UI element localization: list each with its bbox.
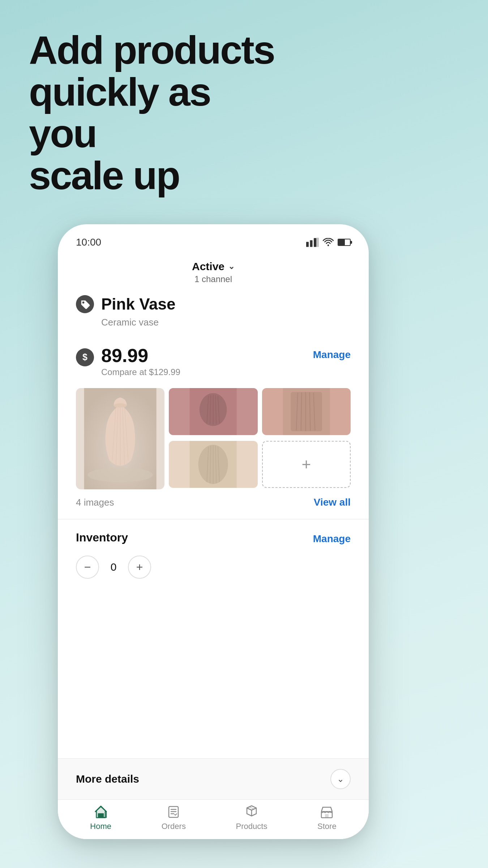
- nav-products[interactable]: Products: [236, 804, 267, 831]
- nav-store[interactable]: Store: [317, 804, 337, 831]
- nav-products-label: Products: [236, 822, 267, 831]
- phone-mockup: 10:00: [58, 224, 369, 839]
- svg-text:$: $: [82, 352, 87, 362]
- add-image-button[interactable]: +: [262, 441, 351, 488]
- price-row: $ 89.99 Compare at $129.99 Manage: [76, 339, 351, 384]
- nav-home-label: Home: [90, 822, 111, 831]
- dollar-icon: $: [76, 348, 94, 366]
- images-count: 4 images: [76, 497, 114, 508]
- more-details-bar[interactable]: More details ⌄: [58, 758, 369, 799]
- store-icon: [319, 804, 334, 820]
- svg-rect-39: [99, 814, 103, 818]
- active-status-row[interactable]: Active ⌄: [58, 260, 369, 273]
- wifi-icon: [322, 238, 334, 247]
- hero-line1: Add products: [29, 27, 274, 72]
- nav-store-label: Store: [317, 822, 337, 831]
- quantity-increase-button[interactable]: +: [128, 556, 151, 579]
- inventory-label: Inventory: [76, 531, 128, 544]
- active-status-label: Active: [192, 260, 224, 273]
- tag-icon: [76, 295, 94, 313]
- price-left: $ 89.99 Compare at $129.99: [76, 346, 180, 377]
- divider: [58, 519, 369, 519]
- status-time: 10:00: [76, 237, 101, 248]
- active-channel-header[interactable]: Active ⌄ 1 channel: [58, 253, 369, 295]
- price-amount: 89.99: [101, 346, 180, 365]
- svg-point-16: [114, 403, 127, 408]
- svg-point-6: [82, 302, 85, 304]
- channel-subtitle: 1 channel: [58, 274, 369, 284]
- product-image-thumb-1[interactable]: [169, 388, 257, 435]
- battery-icon: [338, 239, 351, 246]
- orders-icon: [166, 804, 181, 820]
- price-details: 89.99 Compare at $129.99: [101, 346, 180, 377]
- status-icons: [306, 238, 351, 247]
- hero-line3: scale up: [29, 153, 179, 197]
- more-details-chevron-button[interactable]: ⌄: [330, 769, 351, 789]
- compare-price: Compare at $129.99: [101, 367, 180, 377]
- products-icon: [244, 804, 259, 820]
- quantity-value: 0: [106, 561, 121, 573]
- inventory-manage-button[interactable]: Manage: [313, 530, 351, 545]
- image-grid: +: [76, 388, 351, 489]
- chevron-down-icon: ⌄: [228, 262, 235, 271]
- manage-price-button[interactable]: Manage: [313, 346, 351, 361]
- hero-line2: quickly as you: [29, 69, 210, 156]
- product-name: Pink Vase: [101, 295, 175, 313]
- nav-home[interactable]: Home: [90, 804, 111, 831]
- svg-rect-3: [316, 238, 319, 247]
- more-details-label: More details: [76, 773, 139, 785]
- svg-rect-25: [291, 392, 322, 431]
- svg-rect-42: [325, 814, 329, 818]
- status-bar: 10:00: [58, 224, 369, 253]
- home-icon: [93, 804, 108, 820]
- svg-rect-0: [306, 242, 309, 247]
- svg-point-10: [88, 468, 153, 482]
- nav-orders-label: Orders: [162, 822, 186, 831]
- phone-screen: 10:00: [58, 224, 369, 839]
- hero-heading: Add products quickly as you scale up: [29, 29, 282, 196]
- product-image-main[interactable]: [76, 388, 164, 489]
- product-type: Ceramic vase: [101, 317, 351, 328]
- product-image-thumb-2[interactable]: [262, 388, 351, 435]
- svg-point-4: [328, 244, 329, 246]
- images-row: 4 images View all: [76, 497, 351, 508]
- product-section: Pink Vase Ceramic vase $ 89.99 Compare a…: [58, 295, 369, 579]
- product-image-thumb-3[interactable]: [169, 441, 257, 488]
- svg-rect-2: [314, 238, 316, 247]
- quantity-decrease-button[interactable]: −: [76, 556, 99, 579]
- nav-orders[interactable]: Orders: [162, 804, 186, 831]
- view-all-button[interactable]: View all: [314, 497, 351, 508]
- product-name-row: Pink Vase: [76, 295, 351, 313]
- inventory-row: Inventory Manage: [76, 530, 351, 545]
- bottom-nav: Home Orders Products: [58, 799, 369, 839]
- signal-icon: [306, 238, 319, 247]
- svg-rect-1: [310, 240, 313, 247]
- inventory-controls: − 0 +: [76, 556, 351, 579]
